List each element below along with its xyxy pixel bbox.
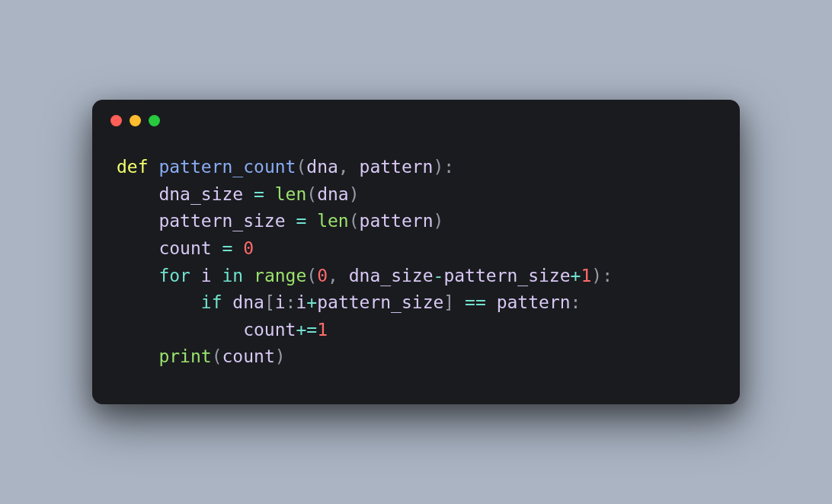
code-token: ) (349, 184, 360, 204)
code-token: pattern_size (158, 211, 285, 231)
code-token: == (465, 292, 486, 312)
code-token (306, 211, 317, 231)
code-token (243, 184, 254, 204)
code-token: , (328, 266, 349, 285)
code-token: - (434, 266, 444, 285)
code-token: 1 (581, 266, 591, 285)
code-token: i (296, 292, 306, 312)
close-icon[interactable] (110, 115, 122, 126)
code-token: ( (349, 211, 360, 231)
code-token: pattern (497, 292, 571, 312)
code-token: ) (275, 346, 286, 366)
code-token (286, 211, 296, 231)
code-token (212, 266, 222, 285)
code-token (243, 266, 254, 285)
code-token: pattern_count (158, 157, 296, 177)
code-token: += (296, 320, 317, 340)
code-token (149, 157, 159, 177)
code-token: for (158, 266, 190, 285)
window-titlebar (92, 100, 740, 131)
code-token: , (338, 157, 360, 177)
code-token: print (158, 346, 211, 366)
code-token (486, 292, 497, 312)
code-token (264, 184, 275, 204)
minimize-icon[interactable] (130, 115, 141, 126)
code-token: dna_size (158, 184, 243, 204)
code-token: + (306, 292, 317, 312)
code-token (117, 184, 158, 204)
code-token: [ (264, 292, 275, 312)
code-token: 1 (317, 320, 328, 340)
code-token (232, 238, 243, 258)
code-token (117, 320, 243, 340)
code-token: + (571, 266, 581, 285)
code-token: dna (317, 184, 349, 204)
maximize-icon[interactable] (149, 115, 160, 126)
code-token: i (275, 292, 286, 312)
code-token: count (158, 238, 211, 258)
code-token (212, 238, 222, 258)
code-block: def pattern_count(dna, pattern): dna_siz… (92, 131, 740, 404)
code-token: ): (433, 157, 454, 177)
code-token: count (243, 320, 296, 340)
code-token: pattern_size (443, 266, 570, 285)
code-token: pattern (360, 211, 434, 231)
code-token (454, 292, 465, 312)
code-token: 0 (243, 238, 254, 258)
code-token (117, 238, 158, 258)
code-token: = (222, 238, 233, 258)
code-token: pattern (360, 157, 434, 177)
code-token: ( (296, 157, 306, 177)
code-token (117, 211, 158, 231)
code-token: range (254, 266, 306, 285)
code-token: ( (212, 346, 222, 366)
code-token: ] (443, 292, 454, 312)
code-token: = (254, 184, 264, 204)
code-token: ( (306, 266, 317, 285)
code-token (117, 346, 158, 366)
code-window: def pattern_count(dna, pattern): dna_siz… (92, 100, 740, 404)
code-token (117, 292, 201, 312)
code-token (117, 266, 158, 285)
code-token: pattern_size (317, 292, 443, 312)
code-token: def (117, 157, 149, 177)
code-token: dna (306, 157, 338, 177)
code-token: 0 (317, 266, 328, 285)
code-token: i (201, 266, 212, 285)
code-token: if (201, 292, 222, 312)
code-token: count (222, 346, 275, 366)
code-token: : (571, 292, 581, 312)
code-token (190, 266, 201, 285)
code-token: ( (306, 184, 317, 204)
code-token: dna_size (349, 266, 434, 285)
code-token: ): (591, 266, 613, 285)
code-token: : (286, 292, 296, 312)
code-token (222, 292, 232, 312)
code-token: = (296, 211, 306, 231)
code-token: len (275, 184, 307, 204)
code-token: len (317, 211, 349, 231)
code-token: in (222, 266, 244, 285)
code-token: ) (433, 211, 443, 231)
code-token: dna (232, 292, 264, 312)
